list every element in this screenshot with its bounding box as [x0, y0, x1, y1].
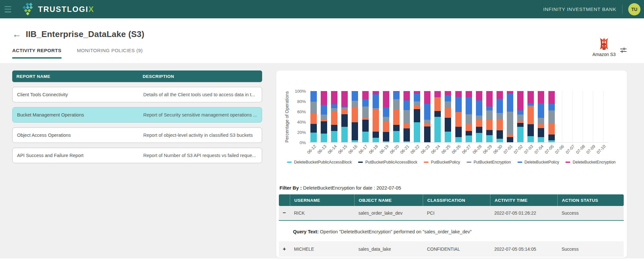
bar-segment[interactable]: [455, 137, 462, 142]
bar-segment[interactable]: [383, 107, 389, 117]
bar-segment[interactable]: [527, 107, 534, 125]
bar-segment[interactable]: [548, 135, 555, 140]
bar-segment[interactable]: [517, 91, 524, 110]
expand-row-icon[interactable]: +: [279, 246, 290, 252]
bar-segment[interactable]: [476, 116, 482, 120]
bar-segment[interactable]: [310, 124, 317, 133]
bar-segment[interactable]: [445, 118, 451, 132]
bar-segment[interactable]: [445, 108, 451, 118]
bar-segment[interactable]: [331, 125, 337, 131]
bar-segment[interactable]: [393, 125, 400, 131]
bar-segment[interactable]: [527, 136, 534, 142]
bar-segment[interactable]: [466, 131, 472, 135]
bar-segment[interactable]: [424, 126, 431, 142]
bar-segment[interactable]: [538, 91, 544, 103]
bar-segment[interactable]: [352, 122, 358, 140]
stacked-bar[interactable]: [600, 91, 606, 142]
bar-segment[interactable]: [538, 103, 544, 118]
bar-segment[interactable]: [497, 139, 503, 142]
bar-segment[interactable]: [373, 132, 379, 138]
bar-segment[interactable]: [497, 119, 503, 130]
bar-segment[interactable]: [476, 127, 482, 133]
bar-segment[interactable]: [466, 97, 472, 114]
bar-segment[interactable]: [362, 107, 369, 118]
bar-segment[interactable]: [310, 102, 317, 113]
stacked-bar[interactable]: [579, 91, 586, 142]
bar-segment[interactable]: [362, 132, 369, 142]
bar-segment[interactable]: [393, 109, 400, 125]
bar-segment[interactable]: [527, 91, 534, 103]
bar-segment[interactable]: [341, 109, 348, 114]
bar-segment[interactable]: [424, 120, 431, 123]
stacked-bar[interactable]: [383, 91, 389, 142]
bar-segment[interactable]: [373, 138, 379, 142]
bar-segment[interactable]: [497, 99, 503, 113]
bar-segment[interactable]: [424, 123, 431, 126]
bar-segment[interactable]: [434, 117, 441, 143]
bar-segment[interactable]: [548, 104, 555, 111]
stacked-bar[interactable]: [507, 91, 513, 142]
user-avatar[interactable]: TU: [628, 3, 640, 15]
bar-segment[interactable]: [321, 91, 327, 105]
bar-segment[interactable]: [414, 94, 420, 101]
bar-segment[interactable]: [538, 124, 544, 128]
bar-segment[interactable]: [383, 132, 389, 141]
bar-segment[interactable]: [486, 107, 493, 111]
bar-segment[interactable]: [393, 99, 400, 109]
bar-segment[interactable]: [424, 104, 431, 120]
bar-segment[interactable]: [466, 91, 472, 97]
bar-segment[interactable]: [321, 134, 327, 142]
bar-segment[interactable]: [331, 112, 337, 125]
bar-segment[interactable]: [434, 91, 441, 97]
stacked-bar[interactable]: [559, 91, 565, 142]
bar-segment[interactable]: [476, 100, 482, 116]
stacked-bar[interactable]: [403, 91, 410, 142]
bar-segment[interactable]: [331, 108, 337, 112]
bar-segment[interactable]: [445, 91, 451, 95]
bar-segment[interactable]: [538, 137, 544, 142]
bar-segment[interactable]: [455, 91, 462, 97]
bar-segment[interactable]: [403, 123, 410, 128]
bar-segment[interactable]: [486, 110, 493, 120]
activity-row-michele[interactable]: + MICHELE sales_data_lake CONFIDENTIAL 2…: [279, 241, 624, 257]
stacked-bar[interactable]: [497, 91, 503, 142]
bar-segment[interactable]: [331, 131, 337, 142]
bar-segment[interactable]: [403, 91, 410, 100]
bar-segment[interactable]: [445, 101, 451, 108]
stacked-bar[interactable]: [362, 91, 369, 142]
bar-segment[interactable]: [548, 140, 555, 142]
report-row-client-tools[interactable]: Client Tools Connectivity Details of all…: [12, 87, 262, 102]
bar-segment[interactable]: [373, 91, 379, 94]
bar-segment[interactable]: [507, 112, 513, 135]
bar-segment[interactable]: [393, 131, 400, 142]
bar-segment[interactable]: [466, 124, 472, 131]
brand-logo[interactable]: TRUSTLOGIX: [21, 3, 94, 16]
bar-segment[interactable]: [403, 128, 410, 141]
stacked-bar[interactable]: [331, 91, 337, 142]
bar-segment[interactable]: [373, 109, 379, 132]
bar-segment[interactable]: [507, 135, 513, 137]
bar-segment[interactable]: [341, 114, 348, 127]
bar-segment[interactable]: [414, 101, 420, 106]
bar-segment[interactable]: [403, 110, 410, 123]
stacked-bar[interactable]: [466, 91, 472, 142]
bar-segment[interactable]: [383, 117, 389, 122]
bar-segment[interactable]: [414, 106, 420, 109]
bar-segment[interactable]: [352, 91, 358, 101]
legend-item-DeleteBucketPolicy[interactable]: DeleteBucketPolicy: [517, 160, 559, 164]
stacked-bar[interactable]: [373, 91, 379, 142]
bar-segment[interactable]: [466, 135, 472, 142]
bar-segment[interactable]: [310, 133, 317, 142]
bar-segment[interactable]: [476, 133, 482, 142]
bar-segment[interactable]: [414, 122, 420, 142]
bar-segment[interactable]: [507, 91, 513, 94]
bar-segment[interactable]: [517, 115, 524, 121]
bar-segment[interactable]: [310, 91, 317, 102]
bar-segment[interactable]: [383, 91, 389, 107]
bar-segment[interactable]: [548, 91, 555, 104]
stacked-bar[interactable]: [321, 91, 327, 142]
bar-segment[interactable]: [352, 101, 358, 107]
stacked-bar[interactable]: [393, 91, 400, 142]
legend-item-DeleteBucketEncryption[interactable]: DeleteBucketEncryption: [565, 160, 615, 164]
bar-segment[interactable]: [434, 97, 441, 111]
